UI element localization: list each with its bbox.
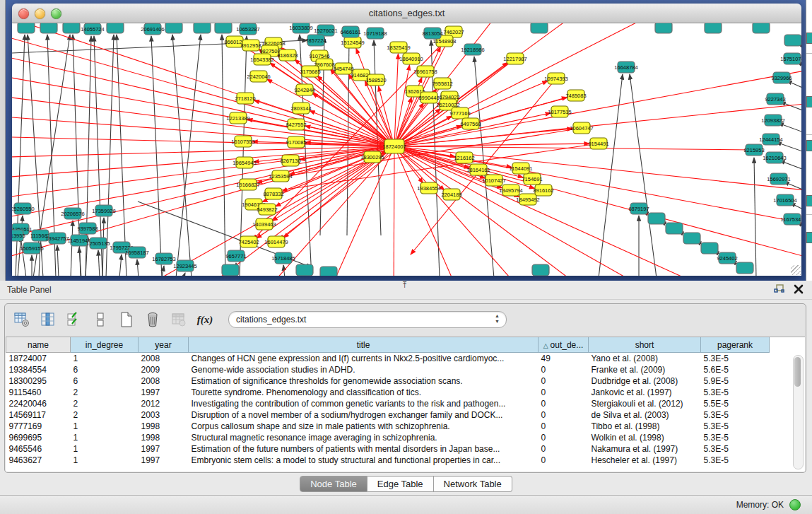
network-node[interactable]: 9242844 bbox=[294, 84, 314, 95]
network-edge[interactable] bbox=[12, 136, 394, 146]
network-node[interactable]: 6879197 bbox=[628, 203, 649, 214]
network-node[interactable]: 6497568 bbox=[460, 118, 481, 129]
table-row[interactable]: 911546021997Tourette syndrome. Phenomeno… bbox=[6, 387, 770, 398]
network-node[interactable] bbox=[165, 23, 182, 33]
network-edge[interactable] bbox=[119, 255, 122, 276]
network-node[interactable]: 12505135 bbox=[86, 238, 110, 249]
network-window-titlebar[interactable]: citations_edges.txt bbox=[12, 4, 801, 23]
network-edge[interactable] bbox=[12, 146, 394, 264]
network-node[interactable]: 18300295 bbox=[360, 151, 384, 163]
network-edge[interactable] bbox=[20, 236, 26, 276]
table-row[interactable]: 977716911998Corpus callosum shape and si… bbox=[6, 421, 770, 432]
network-node[interactable] bbox=[63, 23, 80, 33]
network-node[interactable]: 15751074 bbox=[780, 53, 801, 64]
network-node[interactable]: 10107427 bbox=[482, 175, 505, 186]
network-node[interactable]: 10653287 bbox=[236, 23, 259, 35]
column-header-in_degree[interactable]: in_degree bbox=[71, 337, 139, 353]
network-edge[interactable] bbox=[98, 250, 100, 276]
node-attribute-table[interactable]: namein_degreeyeartitle△out_de...shortpag… bbox=[6, 337, 770, 466]
network-edge[interactable] bbox=[71, 221, 73, 276]
network-node[interactable]: 12217987 bbox=[503, 53, 526, 64]
network-node[interactable] bbox=[784, 35, 801, 46]
network-node[interactable]: 16958187 bbox=[125, 247, 148, 258]
network-node[interactable] bbox=[736, 262, 753, 274]
network-node[interactable]: 10974393 bbox=[544, 73, 567, 84]
network-canvas[interactable]: 8660123891295818226058982750816543382818… bbox=[12, 23, 801, 276]
network-edge[interactable] bbox=[151, 36, 162, 276]
network-node[interactable]: 3175685 bbox=[300, 66, 320, 77]
table-row[interactable]: 1938455462009Genome-wide association stu… bbox=[6, 364, 770, 375]
network-node[interactable]: 6466161 bbox=[340, 26, 360, 37]
network-node[interactable]: 14055724 bbox=[81, 23, 104, 35]
network-node[interactable]: 14039463 bbox=[252, 218, 276, 230]
table-row[interactable]: 946362711997Embryonic stem cells: a mode… bbox=[6, 455, 770, 466]
import-table-icon[interactable] bbox=[170, 311, 187, 328]
network-node[interactable]: 20691406 bbox=[141, 23, 164, 35]
network-node[interactable]: 16210643 bbox=[763, 152, 786, 163]
network-edge[interactable] bbox=[394, 146, 394, 276]
network-node[interactable]: 13942757 bbox=[45, 233, 69, 244]
network-edge[interactable] bbox=[394, 54, 398, 146]
network-edge[interactable] bbox=[183, 273, 185, 276]
network-node[interactable]: 12444154 bbox=[759, 134, 782, 145]
network-node[interactable]: 19654943 bbox=[233, 157, 256, 168]
network-node[interactable] bbox=[531, 23, 548, 33]
network-node[interactable]: 15692971 bbox=[767, 173, 790, 185]
network-node[interactable]: 10719188 bbox=[363, 28, 387, 39]
network-edge[interactable] bbox=[754, 158, 756, 276]
network-node[interactable]: 7857224 bbox=[305, 35, 326, 46]
show-columns-icon[interactable] bbox=[40, 311, 57, 328]
network-node[interactable] bbox=[222, 264, 239, 276]
network-node[interactable]: 12093822 bbox=[761, 115, 784, 126]
column-header-short[interactable]: short bbox=[589, 337, 701, 353]
scrollbar-thumb[interactable] bbox=[794, 357, 801, 387]
network-node[interactable]: 7485083 bbox=[565, 90, 586, 101]
network-node[interactable]: 2204189 bbox=[441, 189, 461, 200]
network-node[interactable]: 8912958 bbox=[240, 40, 261, 51]
network-node[interactable] bbox=[666, 223, 683, 234]
column-header-pagerank[interactable]: pagerank bbox=[701, 337, 770, 353]
network-node[interactable]: 18164161 bbox=[466, 164, 490, 175]
network-node[interactable] bbox=[107, 23, 124, 33]
table-row[interactable]: 1456911722003Disruption of a novel membe… bbox=[6, 409, 770, 421]
network-node[interactable]: 11675341 bbox=[781, 214, 801, 225]
network-node[interactable]: 16107553 bbox=[231, 136, 254, 147]
network-edge[interactable] bbox=[394, 144, 589, 146]
network-node[interactable]: 9170085 bbox=[286, 136, 306, 148]
network-node[interactable]: 16033809 bbox=[289, 23, 312, 33]
column-header-title[interactable]: title bbox=[189, 337, 539, 353]
window-resize-grip[interactable] bbox=[791, 265, 801, 275]
network-node[interactable]: 19218986 bbox=[461, 44, 484, 55]
float-panel-icon[interactable] bbox=[774, 284, 785, 295]
network-node[interactable]: 9657771 bbox=[225, 250, 246, 262]
table-row[interactable]: 2242004622012Investigating the contribut… bbox=[6, 398, 770, 409]
network-node[interactable] bbox=[655, 23, 672, 33]
network-node[interactable]: 9154491 bbox=[588, 138, 608, 149]
network-hub-node[interactable]: 18724007 bbox=[382, 139, 406, 153]
network-node[interactable]: 17359928 bbox=[92, 205, 115, 216]
network-node[interactable] bbox=[18, 23, 35, 33]
network-edge[interactable] bbox=[222, 35, 225, 276]
network-node[interactable] bbox=[683, 233, 700, 244]
network-node[interactable]: 8267130 bbox=[280, 155, 300, 166]
network-edge[interactable] bbox=[117, 35, 126, 276]
network-node[interactable]: 12213389 bbox=[226, 112, 249, 124]
network-edge[interactable] bbox=[12, 146, 394, 243]
network-node[interactable] bbox=[648, 213, 665, 224]
network-window[interactable]: citations_edges.txt 86601238912958182260… bbox=[12, 4, 801, 276]
clear-selection-icon[interactable] bbox=[92, 311, 109, 328]
network-node[interactable]: 8878332 bbox=[263, 188, 283, 199]
network-edge[interactable] bbox=[12, 146, 394, 158]
table-selector-dropdown[interactable]: citations_edges.txt ▲▼ bbox=[228, 311, 507, 328]
network-node[interactable]: 8813054 bbox=[422, 28, 442, 39]
network-edge[interactable] bbox=[57, 245, 59, 276]
network-node[interactable]: 20206576 bbox=[61, 208, 84, 219]
network-node[interactable]: 9329966 bbox=[771, 72, 792, 83]
network-node[interactable]: 16648784 bbox=[614, 62, 637, 73]
network-node[interactable]: 16961758 bbox=[413, 66, 437, 77]
network-node[interactable]: 18325419 bbox=[387, 42, 410, 53]
network-node[interactable]: 12923445 bbox=[173, 260, 196, 271]
network-node[interactable]: 17016504 bbox=[773, 194, 796, 206]
network-edge[interactable] bbox=[599, 74, 623, 276]
network-node[interactable]: 15059155 bbox=[20, 243, 43, 254]
